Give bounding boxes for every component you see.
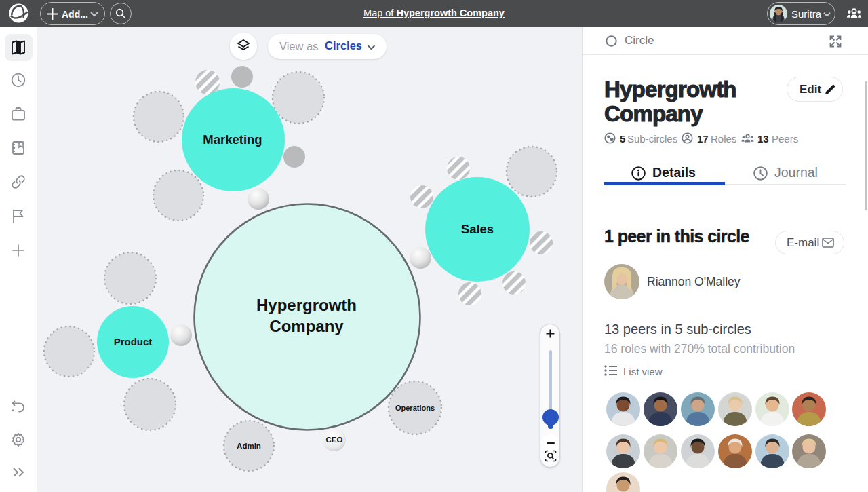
svg-text:Operations: Operations: [395, 404, 435, 412]
svg-text:Hypergrowth: Hypergrowth: [256, 296, 357, 314]
svg-text:Marketing: Marketing: [203, 132, 262, 147]
svg-text:Company: Company: [269, 317, 344, 335]
svg-text:Admin: Admin: [237, 442, 261, 450]
svg-text:CEO: CEO: [326, 436, 343, 444]
svg-text:Sales: Sales: [461, 222, 494, 236]
svg-text:Product: Product: [114, 336, 153, 347]
